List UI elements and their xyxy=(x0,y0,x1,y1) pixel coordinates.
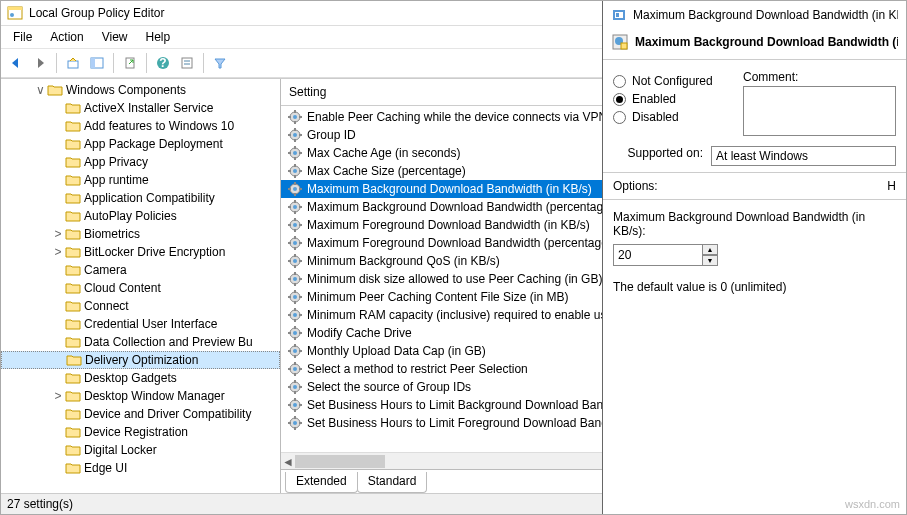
svg-rect-92 xyxy=(294,344,296,347)
svg-rect-40 xyxy=(288,188,291,190)
svg-rect-5 xyxy=(91,58,95,68)
menu-action[interactable]: Action xyxy=(42,28,91,46)
watermark: wsxdn.com xyxy=(845,498,900,510)
expand-icon[interactable]: > xyxy=(51,245,65,259)
svg-rect-39 xyxy=(294,193,296,196)
tree-item[interactable]: Credential User Interface xyxy=(1,315,280,333)
radio-label: Enabled xyxy=(632,92,676,106)
tree-item[interactable]: Desktop Gadgets xyxy=(1,369,280,387)
svg-rect-16 xyxy=(288,116,291,118)
back-button[interactable] xyxy=(5,52,27,74)
tree-label: Windows Components xyxy=(66,83,186,97)
tree-item[interactable]: >Desktop Window Manager xyxy=(1,387,280,405)
default-note: The default value is 0 (unlimited) xyxy=(613,280,896,294)
tree-item[interactable]: Add features to Windows 10 xyxy=(1,117,280,135)
bandwidth-input[interactable] xyxy=(613,244,703,266)
tree-label: BitLocker Drive Encryption xyxy=(84,245,225,259)
tree-item[interactable]: App runtime xyxy=(1,171,280,189)
forward-button[interactable] xyxy=(29,52,51,74)
comment-input[interactable] xyxy=(743,86,896,136)
tree-item[interactable]: Delivery Optimization xyxy=(1,351,280,369)
dialog-title-bar: Maximum Background Download Bandwidth (i… xyxy=(603,1,906,29)
properties-button[interactable] xyxy=(176,52,198,74)
tree-item[interactable]: ActiveX Installer Service xyxy=(1,99,280,117)
tree-item[interactable]: Device and Driver Compatibility xyxy=(1,405,280,423)
spin-down-button[interactable]: ▼ xyxy=(702,255,718,266)
expand-icon[interactable]: > xyxy=(51,227,65,241)
tree-item[interactable]: Data Collection and Preview Bu xyxy=(1,333,280,351)
setting-icon xyxy=(287,415,303,431)
svg-point-79 xyxy=(293,313,297,317)
setting-icon xyxy=(287,289,303,305)
tree-item[interactable]: Digital Locker xyxy=(1,441,280,459)
dialog-config-section: Not Configured Enabled Disabled Comment: xyxy=(603,60,906,173)
setting-icon xyxy=(287,127,303,143)
help-button[interactable]: ? xyxy=(152,52,174,74)
export-button[interactable] xyxy=(119,52,141,74)
svg-rect-26 xyxy=(294,146,296,149)
tree-item[interactable]: AutoPlay Policies xyxy=(1,207,280,225)
tree-item[interactable]: Application Compatibility xyxy=(1,189,280,207)
svg-rect-15 xyxy=(294,121,296,124)
tree-label: Device and Driver Compatibility xyxy=(84,407,251,421)
folder-icon xyxy=(65,227,81,241)
radio-enabled[interactable]: Enabled xyxy=(613,92,733,106)
tab-standard[interactable]: Standard xyxy=(357,472,428,493)
setting-icon xyxy=(287,271,303,287)
radio-label: Not Configured xyxy=(632,74,713,88)
menu-view[interactable]: View xyxy=(94,28,136,46)
bandwidth-spinner: ▲ ▼ xyxy=(613,244,896,266)
setting-icon xyxy=(287,145,303,161)
radio-not-configured[interactable]: Not Configured xyxy=(613,74,733,88)
svg-rect-76 xyxy=(288,296,291,298)
spin-up-button[interactable]: ▲ xyxy=(702,244,718,255)
setting-icon xyxy=(287,199,303,215)
separator xyxy=(203,53,204,73)
tab-extended[interactable]: Extended xyxy=(285,472,358,493)
tree-root[interactable]: ∨Windows Components xyxy=(1,81,280,99)
folder-icon xyxy=(65,245,81,259)
tree-label: Digital Locker xyxy=(84,443,157,457)
svg-point-43 xyxy=(293,205,297,209)
scroll-thumb[interactable] xyxy=(295,455,385,468)
radio-disabled[interactable]: Disabled xyxy=(613,110,733,124)
svg-rect-119 xyxy=(299,422,302,424)
svg-rect-83 xyxy=(299,314,302,316)
setting-icon xyxy=(287,253,303,269)
svg-rect-65 xyxy=(299,260,302,262)
svg-point-115 xyxy=(293,421,297,425)
menu-help[interactable]: Help xyxy=(138,28,179,46)
help-label: H xyxy=(887,179,896,193)
folder-icon xyxy=(65,209,81,223)
tree-item[interactable]: Edge UI xyxy=(1,459,280,477)
svg-rect-94 xyxy=(288,350,291,352)
svg-rect-44 xyxy=(294,200,296,203)
expand-icon[interactable]: > xyxy=(51,389,65,403)
tree-panel[interactable]: ∨Windows ComponentsActiveX Installer Ser… xyxy=(1,79,281,493)
setting-icon xyxy=(287,361,303,377)
tree-item[interactable]: Device Registration xyxy=(1,423,280,441)
show-hide-tree-button[interactable] xyxy=(86,52,108,74)
svg-rect-46 xyxy=(288,206,291,208)
scroll-left-arrow[interactable]: ◄ xyxy=(281,453,295,470)
tree-item[interactable]: >BitLocker Drive Encryption xyxy=(1,243,280,261)
folder-icon xyxy=(65,137,81,151)
tree-label: Add features to Windows 10 xyxy=(84,119,234,133)
tree-item[interactable]: App Privacy xyxy=(1,153,280,171)
tree-item[interactable]: Camera xyxy=(1,261,280,279)
setting-label: Set Business Hours to Limit Background D… xyxy=(307,398,619,412)
setting-label: Minimum Peer Caching Content File Size (… xyxy=(307,290,568,304)
svg-rect-100 xyxy=(288,368,291,370)
tree-item[interactable]: >Biometrics xyxy=(1,225,280,243)
svg-rect-45 xyxy=(294,211,296,214)
folder-icon xyxy=(65,173,81,187)
radio-icon xyxy=(613,111,626,124)
up-button[interactable] xyxy=(62,52,84,74)
filter-button[interactable] xyxy=(209,52,231,74)
tree-item[interactable]: App Package Deployment xyxy=(1,135,280,153)
tree-item[interactable]: Connect xyxy=(1,297,280,315)
svg-rect-93 xyxy=(294,355,296,358)
collapse-icon[interactable]: ∨ xyxy=(33,83,47,97)
menu-file[interactable]: File xyxy=(5,28,40,46)
tree-item[interactable]: Cloud Content xyxy=(1,279,280,297)
